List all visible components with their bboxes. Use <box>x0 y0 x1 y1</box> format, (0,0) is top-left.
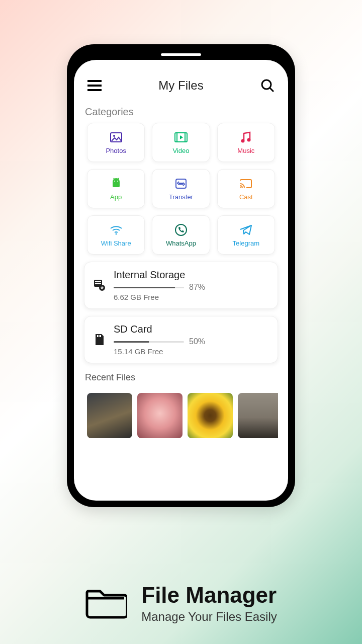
category-photos[interactable]: Photos <box>87 123 145 162</box>
recent-file-thumb[interactable] <box>238 393 278 438</box>
page-title: My Files <box>158 78 203 93</box>
progress-bar <box>114 287 184 288</box>
category-label: Music <box>237 147 254 154</box>
categories-heading: Categories <box>85 106 277 118</box>
recent-file-thumb[interactable] <box>188 393 233 438</box>
category-music[interactable]: Music <box>217 123 275 162</box>
category-label: Transfer <box>169 193 193 201</box>
categories-grid: Photos Video Music App Transfer Cast <box>84 123 278 255</box>
phone-notch <box>161 53 201 56</box>
svg-rect-13 <box>95 281 101 282</box>
menu-button[interactable] <box>86 77 103 94</box>
svg-point-10 <box>115 233 117 234</box>
category-label: Video <box>172 147 189 154</box>
storage-name: Internal Storage <box>114 269 269 281</box>
storage-percent: 50% <box>189 337 205 346</box>
whatsapp-icon <box>174 223 188 236</box>
category-transfer[interactable]: Transfer <box>152 169 210 208</box>
svg-rect-16 <box>97 335 98 337</box>
progress-bar <box>114 341 184 343</box>
category-whatsapp[interactable]: WhatsApp <box>152 215 210 255</box>
phone-frame: My Files Categories Photos Video Music A… <box>67 44 295 507</box>
svg-point-2 <box>113 135 115 137</box>
svg-point-4 <box>241 139 245 142</box>
category-telegram[interactable]: Telegram <box>217 215 275 255</box>
category-app[interactable]: App <box>87 169 145 208</box>
category-video[interactable]: Video <box>152 123 210 162</box>
storage-body: SD Card 50% 15.14 GB Free <box>114 324 269 356</box>
storage-name: SD Card <box>114 324 269 335</box>
transfer-icon <box>174 177 188 190</box>
recent-heading: Recent Files <box>85 372 277 383</box>
category-wifi-share[interactable]: Wifi Share <box>87 215 145 255</box>
category-label: Wifi Share <box>101 239 131 247</box>
internal-storage-icon <box>93 279 107 292</box>
android-icon <box>110 177 123 190</box>
svg-point-11 <box>175 224 187 235</box>
svg-rect-18 <box>100 335 101 337</box>
category-label: WhatsApp <box>166 239 196 247</box>
hamburger-icon <box>87 80 102 91</box>
promo-footer: File Manager Manage Your Files Easily <box>0 583 362 624</box>
telegram-icon <box>239 223 252 236</box>
svg-point-5 <box>247 138 251 141</box>
wifi-icon <box>110 223 123 236</box>
folder-icon <box>85 585 127 621</box>
recent-file-thumb[interactable] <box>137 393 183 438</box>
app-header: My Files <box>84 77 278 99</box>
promo-text: File Manager Manage Your Files Easily <box>141 583 277 624</box>
category-label: App <box>110 193 122 201</box>
svg-rect-17 <box>99 335 100 337</box>
search-icon <box>260 78 275 93</box>
category-label: Cast <box>239 193 253 201</box>
video-icon <box>174 131 188 144</box>
svg-point-0 <box>262 80 271 89</box>
svg-point-9 <box>240 186 242 188</box>
app-screen: My Files Categories Photos Video Music A… <box>74 60 288 501</box>
sdcard-icon <box>93 333 107 346</box>
promo-subtitle: Manage Your Files Easily <box>141 610 277 624</box>
storage-percent: 87% <box>189 283 205 292</box>
storage-sdcard[interactable]: SD Card 50% 15.14 GB Free <box>84 316 278 363</box>
search-button[interactable] <box>259 77 276 94</box>
cast-icon <box>239 177 252 190</box>
svg-point-7 <box>117 181 118 182</box>
svg-rect-14 <box>95 283 101 284</box>
storage-internal[interactable]: Internal Storage 87% 6.62 GB Free <box>84 262 278 309</box>
photo-icon <box>110 131 123 144</box>
category-label: Photos <box>106 147 126 154</box>
storage-body: Internal Storage 87% 6.62 GB Free <box>114 269 269 301</box>
recent-file-thumb[interactable] <box>87 393 132 438</box>
category-cast[interactable]: Cast <box>217 169 275 208</box>
storage-usage: 50% <box>114 337 269 346</box>
storage-free: 6.62 GB Free <box>114 293 269 301</box>
promo-title: File Manager <box>141 583 277 608</box>
storage-free: 15.14 GB Free <box>114 347 269 356</box>
recent-files-row <box>84 393 278 438</box>
music-icon <box>239 131 252 144</box>
svg-point-6 <box>114 181 115 182</box>
storage-usage: 87% <box>114 283 269 292</box>
category-label: Telegram <box>233 239 259 247</box>
